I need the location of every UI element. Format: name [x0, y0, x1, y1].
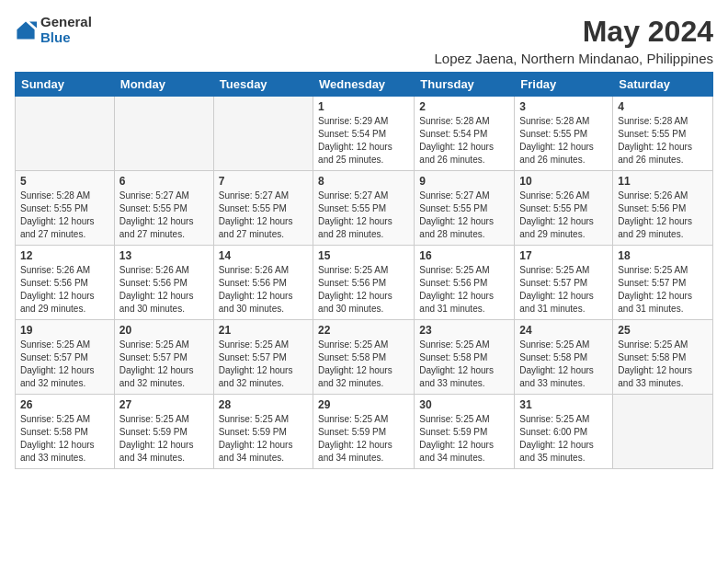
calendar-cell: 14Sunrise: 5:26 AM Sunset: 5:56 PM Dayli…: [213, 246, 313, 320]
title-section: May 2024 Lopez Jaena, Northern Mindanao,…: [434, 15, 713, 66]
day-number: 7: [219, 175, 308, 188]
day-info: Sunrise: 5:25 AM Sunset: 5:59 PM Dayligh…: [119, 413, 209, 465]
day-number: 22: [318, 324, 409, 337]
calendar-cell: 26Sunrise: 5:25 AM Sunset: 5:58 PM Dayli…: [16, 395, 115, 469]
calendar-cell: 30Sunrise: 5:25 AM Sunset: 5:59 PM Dayli…: [415, 395, 515, 469]
calendar-cell: 9Sunrise: 5:27 AM Sunset: 5:55 PM Daylig…: [415, 171, 515, 246]
day-info: Sunrise: 5:25 AM Sunset: 5:57 PM Dayligh…: [20, 339, 109, 390]
day-number: 16: [419, 249, 509, 262]
day-info: Sunrise: 5:25 AM Sunset: 5:58 PM Dayligh…: [618, 339, 708, 390]
logo: General Blue: [15, 15, 92, 45]
day-info: Sunrise: 5:25 AM Sunset: 5:58 PM Dayligh…: [519, 339, 608, 390]
day-number: 29: [318, 398, 409, 411]
day-number: 10: [519, 175, 608, 188]
calendar-header-row: SundayMondayTuesdayWednesdayThursdayFrid…: [16, 73, 713, 97]
day-info: Sunrise: 5:26 AM Sunset: 5:56 PM Dayligh…: [20, 264, 109, 316]
day-number: 23: [419, 324, 509, 337]
calendar-week-row: 1Sunrise: 5:29 AM Sunset: 5:54 PM Daylig…: [16, 97, 713, 171]
calendar-week-row: 19Sunrise: 5:25 AM Sunset: 5:57 PM Dayli…: [16, 320, 713, 395]
calendar-cell: 7Sunrise: 5:27 AM Sunset: 5:55 PM Daylig…: [213, 171, 313, 246]
calendar-cell: 11Sunrise: 5:26 AM Sunset: 5:56 PM Dayli…: [613, 171, 713, 246]
day-info: Sunrise: 5:25 AM Sunset: 5:56 PM Dayligh…: [419, 264, 509, 316]
page-header: General Blue May 2024 Lopez Jaena, North…: [15, 15, 713, 66]
calendar-cell: 4Sunrise: 5:28 AM Sunset: 5:55 PM Daylig…: [613, 97, 713, 171]
day-info: Sunrise: 5:28 AM Sunset: 5:55 PM Dayligh…: [519, 115, 608, 167]
calendar-cell: 2Sunrise: 5:28 AM Sunset: 5:54 PM Daylig…: [415, 97, 515, 171]
calendar-cell: 3Sunrise: 5:28 AM Sunset: 5:55 PM Daylig…: [515, 97, 613, 171]
calendar-cell: 16Sunrise: 5:25 AM Sunset: 5:56 PM Dayli…: [415, 246, 515, 320]
calendar-cell: [613, 395, 713, 469]
calendar-header-sunday: Sunday: [16, 73, 115, 97]
day-number: 1: [318, 100, 409, 113]
day-number: 27: [119, 398, 209, 411]
calendar-cell: 25Sunrise: 5:25 AM Sunset: 5:58 PM Dayli…: [613, 320, 713, 395]
day-number: 17: [519, 249, 608, 262]
day-number: 6: [119, 175, 209, 188]
day-number: 20: [119, 324, 209, 337]
day-number: 15: [318, 249, 409, 262]
day-number: 30: [419, 398, 509, 411]
day-number: 24: [519, 324, 608, 337]
day-info: Sunrise: 5:25 AM Sunset: 5:58 PM Dayligh…: [20, 413, 109, 465]
day-number: 25: [618, 324, 708, 337]
day-number: 31: [519, 398, 608, 411]
calendar-cell: 31Sunrise: 5:25 AM Sunset: 6:00 PM Dayli…: [515, 395, 613, 469]
day-info: Sunrise: 5:25 AM Sunset: 6:00 PM Dayligh…: [519, 413, 608, 465]
day-info: Sunrise: 5:26 AM Sunset: 5:56 PM Dayligh…: [119, 264, 209, 316]
calendar-cell: [213, 97, 313, 171]
day-info: Sunrise: 5:26 AM Sunset: 5:56 PM Dayligh…: [219, 264, 308, 316]
calendar-cell: 15Sunrise: 5:25 AM Sunset: 5:56 PM Dayli…: [313, 246, 415, 320]
calendar-cell: 8Sunrise: 5:27 AM Sunset: 5:55 PM Daylig…: [313, 171, 415, 246]
calendar-cell: 12Sunrise: 5:26 AM Sunset: 5:56 PM Dayli…: [16, 246, 115, 320]
calendar-cell: 10Sunrise: 5:26 AM Sunset: 5:55 PM Dayli…: [515, 171, 613, 246]
day-number: 5: [20, 175, 109, 188]
calendar-cell: 24Sunrise: 5:25 AM Sunset: 5:58 PM Dayli…: [515, 320, 613, 395]
calendar-week-row: 12Sunrise: 5:26 AM Sunset: 5:56 PM Dayli…: [16, 246, 713, 320]
day-info: Sunrise: 5:25 AM Sunset: 5:59 PM Dayligh…: [318, 413, 409, 465]
calendar-header-saturday: Saturday: [613, 73, 713, 97]
day-number: 28: [219, 398, 308, 411]
calendar-cell: 21Sunrise: 5:25 AM Sunset: 5:57 PM Dayli…: [213, 320, 313, 395]
logo-text: General Blue: [40, 15, 92, 45]
day-number: 14: [219, 249, 308, 262]
logo-icon: [15, 19, 37, 41]
day-info: Sunrise: 5:26 AM Sunset: 5:55 PM Dayligh…: [519, 190, 608, 241]
day-info: Sunrise: 5:27 AM Sunset: 5:55 PM Dayligh…: [119, 190, 209, 241]
calendar-header-friday: Friday: [515, 73, 613, 97]
calendar-week-row: 26Sunrise: 5:25 AM Sunset: 5:58 PM Dayli…: [16, 395, 713, 469]
calendar-table: SundayMondayTuesdayWednesdayThursdayFrid…: [15, 72, 713, 469]
day-info: Sunrise: 5:29 AM Sunset: 5:54 PM Dayligh…: [318, 115, 409, 167]
logo-general-text: General: [40, 15, 92, 30]
calendar-header-wednesday: Wednesday: [313, 73, 415, 97]
day-info: Sunrise: 5:25 AM Sunset: 5:57 PM Dayligh…: [618, 264, 708, 316]
svg-marker-0: [17, 21, 34, 39]
calendar-title: May 2024: [434, 15, 713, 49]
day-info: Sunrise: 5:28 AM Sunset: 5:55 PM Dayligh…: [20, 190, 109, 241]
calendar-cell: 22Sunrise: 5:25 AM Sunset: 5:58 PM Dayli…: [313, 320, 415, 395]
day-info: Sunrise: 5:25 AM Sunset: 5:59 PM Dayligh…: [219, 413, 308, 465]
day-info: Sunrise: 5:28 AM Sunset: 5:55 PM Dayligh…: [618, 115, 708, 167]
calendar-cell: 13Sunrise: 5:26 AM Sunset: 5:56 PM Dayli…: [114, 246, 213, 320]
calendar-cell: [16, 97, 115, 171]
day-info: Sunrise: 5:25 AM Sunset: 5:57 PM Dayligh…: [219, 339, 308, 390]
calendar-cell: 1Sunrise: 5:29 AM Sunset: 5:54 PM Daylig…: [313, 97, 415, 171]
calendar-subtitle: Lopez Jaena, Northern Mindanao, Philippi…: [434, 51, 713, 66]
day-info: Sunrise: 5:26 AM Sunset: 5:56 PM Dayligh…: [618, 190, 708, 241]
day-number: 12: [20, 249, 109, 262]
day-number: 4: [618, 100, 708, 113]
calendar-header-tuesday: Tuesday: [213, 73, 313, 97]
calendar-week-row: 5Sunrise: 5:28 AM Sunset: 5:55 PM Daylig…: [16, 171, 713, 246]
day-info: Sunrise: 5:27 AM Sunset: 5:55 PM Dayligh…: [219, 190, 308, 241]
day-number: 21: [219, 324, 308, 337]
calendar-header-monday: Monday: [114, 73, 213, 97]
day-info: Sunrise: 5:27 AM Sunset: 5:55 PM Dayligh…: [419, 190, 509, 241]
day-number: 18: [618, 249, 708, 262]
calendar-cell: 5Sunrise: 5:28 AM Sunset: 5:55 PM Daylig…: [16, 171, 115, 246]
calendar-cell: 18Sunrise: 5:25 AM Sunset: 5:57 PM Dayli…: [613, 246, 713, 320]
calendar-cell: 23Sunrise: 5:25 AM Sunset: 5:58 PM Dayli…: [415, 320, 515, 395]
calendar-header-thursday: Thursday: [415, 73, 515, 97]
day-info: Sunrise: 5:25 AM Sunset: 5:58 PM Dayligh…: [318, 339, 409, 390]
day-number: 11: [618, 175, 708, 188]
calendar-cell: 17Sunrise: 5:25 AM Sunset: 5:57 PM Dayli…: [515, 246, 613, 320]
calendar-cell: 28Sunrise: 5:25 AM Sunset: 5:59 PM Dayli…: [213, 395, 313, 469]
